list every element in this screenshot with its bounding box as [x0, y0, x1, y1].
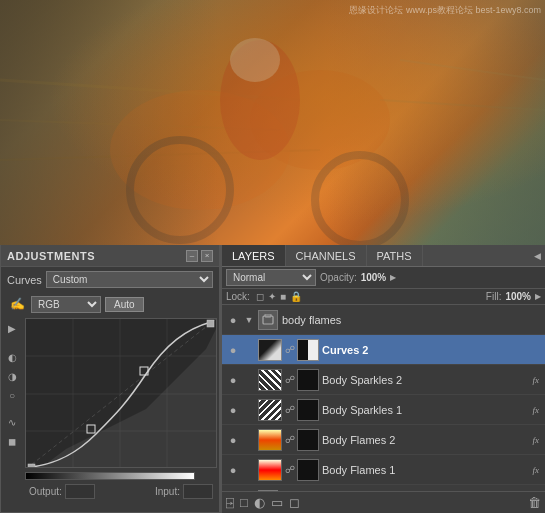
svg-rect-20 — [28, 464, 35, 468]
layer-name-body-flames2: Body Flames 2 — [320, 434, 533, 446]
output-label: Output: — [29, 486, 62, 497]
lock-label: Lock: — [226, 291, 250, 302]
tab-layers[interactable]: LAYERS — [222, 245, 286, 266]
lock-position-icon[interactable]: ■ — [280, 291, 286, 302]
layer-body-sparkles2[interactable]: ● ☍ Body Sparkles 2 fx — [222, 365, 545, 395]
fx-label-bs1: fx — [533, 405, 540, 415]
fill-label: Fill: — [486, 291, 502, 302]
adjustments-title: ADJUSTMENTS — [7, 250, 95, 262]
input-field[interactable] — [183, 484, 213, 499]
curves-graph[interactable] — [25, 318, 217, 468]
fx-label-bf2: fx — [533, 435, 540, 445]
opacity-value: 100% — [361, 272, 387, 283]
link-icon-bf1: ☍ — [285, 464, 295, 475]
fx-label-bf1: fx — [533, 465, 540, 475]
fill-arrow-icon[interactable]: ▶ — [535, 292, 541, 301]
layers-panel-menu-btn[interactable]: ◀ — [534, 251, 541, 261]
eye-icon-body-sparkles1[interactable]: ● — [224, 404, 242, 416]
svg-line-4 — [380, 100, 545, 110]
adjustments-header: ADJUSTMENTS – × — [1, 245, 219, 267]
layer-name-curves2: Curves 2 — [320, 344, 543, 356]
eye-icon-body-flames1[interactable]: ● — [224, 464, 242, 476]
layer-name-body-sparkles1: Body Sparkles 1 — [320, 404, 533, 416]
layer-name-body-flames1: Body Flames 1 — [320, 464, 533, 476]
lock-image-icon[interactable]: ✦ — [268, 291, 276, 302]
svg-line-3 — [400, 60, 545, 80]
layer-mask-btn[interactable]: □ — [240, 495, 248, 510]
watermark: 恩缘设计论坛 www.ps教程论坛 best-1ewy8.com — [349, 4, 541, 17]
input-label: Input: — [155, 486, 180, 497]
panel-close-btn[interactable]: × — [201, 250, 213, 262]
layers-list: ● ▼ body flames ● ☍ Curves 2 — [222, 305, 545, 491]
svg-point-8 — [315, 155, 405, 245]
svg-rect-18 — [87, 425, 95, 433]
curves-pointer-tool[interactable]: ▶ — [4, 320, 20, 336]
lock-transparent-icon[interactable]: ◻ — [256, 291, 264, 302]
blend-mode-dropdown[interactable]: Normal — [226, 269, 316, 286]
thumb-body-sparkles1 — [258, 399, 282, 421]
svg-point-10 — [230, 38, 280, 82]
tab-channels[interactable]: CHANNELS — [286, 245, 367, 266]
panel-minimize-btn[interactable]: – — [186, 250, 198, 262]
fill-value: 100% — [505, 291, 531, 302]
curves-area: ▶ ◐ ◑ ○ ∿ ◼ — [1, 316, 219, 470]
tab-paths[interactable]: PATHS — [367, 245, 423, 266]
delete-layer-btn[interactable]: 🗑 — [528, 495, 541, 510]
eye-icon-body-flames2[interactable]: ● — [224, 434, 242, 446]
layer-name-body-sparkles2: Body Sparkles 2 — [320, 374, 533, 386]
curves-anchor-tool[interactable]: ◼ — [4, 433, 20, 449]
mask-thumb-bs2 — [297, 369, 319, 391]
curves-toolbar: ✍ RGB Auto — [1, 292, 219, 316]
layer-style-btn[interactable]: ⍈ — [226, 495, 234, 510]
mask-thumb-bf1 — [297, 459, 319, 481]
curves-row: Curves Custom — [1, 267, 219, 292]
blend-mode-row: Normal Opacity: 100% ▶ — [222, 267, 545, 289]
expand-icon-body-flames[interactable]: ▼ — [242, 315, 256, 325]
io-labels: Output: Input: — [1, 482, 219, 501]
curves-eyedropper-black[interactable]: ◐ — [4, 349, 20, 365]
adjustments-panel: ADJUSTMENTS – × Curves Custom ✍ RGB Auto… — [0, 245, 220, 513]
output-row: Output: — [29, 484, 95, 499]
thumb-curves2 — [258, 339, 282, 361]
mask-thumb-bs1 — [297, 399, 319, 421]
bottom-panels: ADJUSTMENTS – × Curves Custom ✍ RGB Auto… — [0, 245, 545, 513]
mask-thumb-curves2 — [297, 339, 319, 361]
thumb-body-flames1 — [258, 459, 282, 481]
thumb-body-flames-group — [258, 310, 278, 330]
fx-label-bs2: fx — [533, 375, 540, 385]
curves-eyedropper-white[interactable]: ○ — [4, 387, 20, 403]
mask-thumb-bf2 — [297, 429, 319, 451]
layers-bottom-toolbar: ⍈ □ ◐ ▭ ◻ 🗑 — [222, 491, 545, 513]
opacity-arrow-icon[interactable]: ▶ — [390, 273, 396, 282]
layer-body-flames2[interactable]: ● ☍ Body Flames 2 fx — [222, 425, 545, 455]
photo-svg — [0, 0, 545, 245]
curves-svg — [26, 319, 216, 468]
link-icon-bf2: ☍ — [285, 434, 295, 445]
auto-button[interactable]: Auto — [105, 297, 144, 312]
channel-dropdown[interactable]: RGB — [31, 296, 101, 313]
opacity-label: Opacity: — [320, 272, 357, 283]
thumb-front-wheel — [258, 490, 278, 492]
hand-tool-icon[interactable]: ✍ — [7, 294, 27, 314]
curves-wave-tool[interactable]: ∿ — [4, 414, 20, 430]
new-layer-btn[interactable]: ◻ — [289, 495, 300, 510]
layers-tabs: LAYERS CHANNELS PATHS ◀ — [222, 245, 545, 267]
curves-preset-dropdown[interactable]: Custom — [46, 271, 213, 288]
svg-rect-21 — [207, 320, 214, 327]
new-group-btn[interactable]: ▭ — [271, 495, 283, 510]
eye-icon-curves2[interactable]: ● — [224, 344, 242, 356]
lock-all-icon[interactable]: 🔒 — [290, 291, 302, 302]
curves-eyedropper-gray[interactable]: ◑ — [4, 368, 20, 384]
gradient-bar — [25, 472, 195, 480]
eye-icon-body-sparkles2[interactable]: ● — [224, 374, 242, 386]
layer-front-wheel-flames[interactable]: ● ► front wheel flames — [222, 485, 545, 491]
eye-icon-body-flames-group[interactable]: ● — [224, 314, 242, 326]
layer-body-sparkles1[interactable]: ● ☍ Body Sparkles 1 fx — [222, 395, 545, 425]
thumb-body-flames2 — [258, 429, 282, 451]
new-adjustment-btn[interactable]: ◐ — [254, 495, 265, 510]
thumb-body-sparkles2 — [258, 369, 282, 391]
layer-body-flames-group[interactable]: ● ▼ body flames — [222, 305, 545, 335]
layer-body-flames1[interactable]: ● ☍ Body Flames 1 fx — [222, 455, 545, 485]
layer-curves2[interactable]: ● ☍ Curves 2 — [222, 335, 545, 365]
output-field[interactable] — [65, 484, 95, 499]
